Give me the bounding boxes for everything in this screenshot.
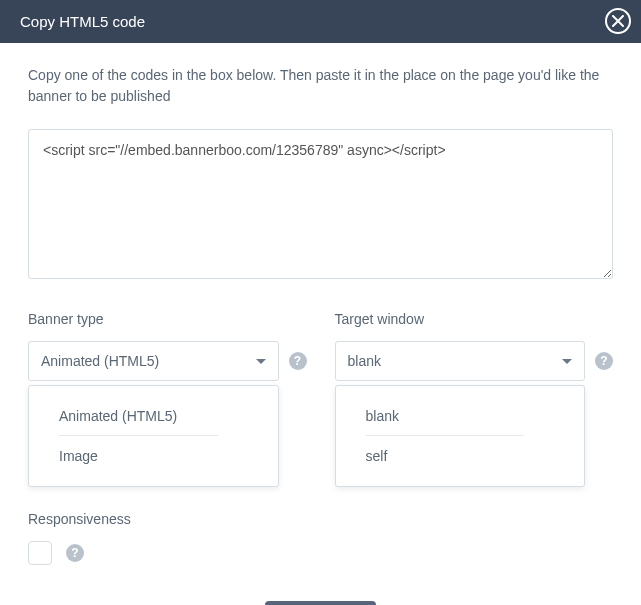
modal-title: Copy HTML5 code bbox=[20, 13, 145, 30]
target-window-dropdown: blank self bbox=[335, 385, 586, 487]
target-window-select[interactable]: blank bbox=[335, 341, 586, 381]
description-text: Copy one of the codes in the box below. … bbox=[28, 65, 613, 107]
modal-footer: Copy code bbox=[28, 601, 613, 605]
target-window-option-self[interactable]: self bbox=[336, 436, 585, 476]
responsiveness-label: Responsiveness bbox=[28, 511, 613, 527]
target-window-column: Target window blank ? blank self bbox=[335, 311, 614, 381]
banner-type-label: Banner type bbox=[28, 311, 307, 327]
copy-html5-modal: Copy HTML5 code Copy one of the codes in… bbox=[0, 0, 641, 605]
target-window-select-wrapper: blank ? bbox=[335, 341, 614, 381]
banner-type-option-animated[interactable]: Animated (HTML5) bbox=[29, 396, 278, 436]
banner-type-column: Banner type Animated (HTML5) ? Animated … bbox=[28, 311, 307, 381]
responsiveness-checkbox-row: ? bbox=[28, 541, 613, 565]
help-icon[interactable]: ? bbox=[289, 352, 307, 370]
chevron-down-icon bbox=[562, 359, 572, 364]
fields-row: Banner type Animated (HTML5) ? Animated … bbox=[28, 311, 613, 381]
code-textarea[interactable] bbox=[28, 129, 613, 279]
chevron-down-icon bbox=[256, 359, 266, 364]
banner-type-select[interactable]: Animated (HTML5) bbox=[28, 341, 279, 381]
banner-type-option-image[interactable]: Image bbox=[29, 436, 278, 476]
responsiveness-checkbox[interactable] bbox=[28, 541, 52, 565]
close-icon bbox=[612, 15, 624, 27]
help-icon[interactable]: ? bbox=[595, 352, 613, 370]
target-window-label: Target window bbox=[335, 311, 614, 327]
banner-type-dropdown: Animated (HTML5) Image bbox=[28, 385, 279, 487]
responsiveness-section: Responsiveness ? bbox=[28, 511, 613, 565]
modal-content: Copy one of the codes in the box below. … bbox=[0, 43, 641, 605]
target-window-option-blank[interactable]: blank bbox=[336, 396, 585, 436]
target-window-selected-value: blank bbox=[348, 353, 381, 369]
modal-header: Copy HTML5 code bbox=[0, 0, 641, 43]
copy-code-button[interactable]: Copy code bbox=[265, 601, 376, 605]
banner-type-selected-value: Animated (HTML5) bbox=[41, 353, 159, 369]
banner-type-select-wrapper: Animated (HTML5) ? bbox=[28, 341, 307, 381]
close-button[interactable] bbox=[605, 8, 631, 34]
help-icon[interactable]: ? bbox=[66, 544, 84, 562]
